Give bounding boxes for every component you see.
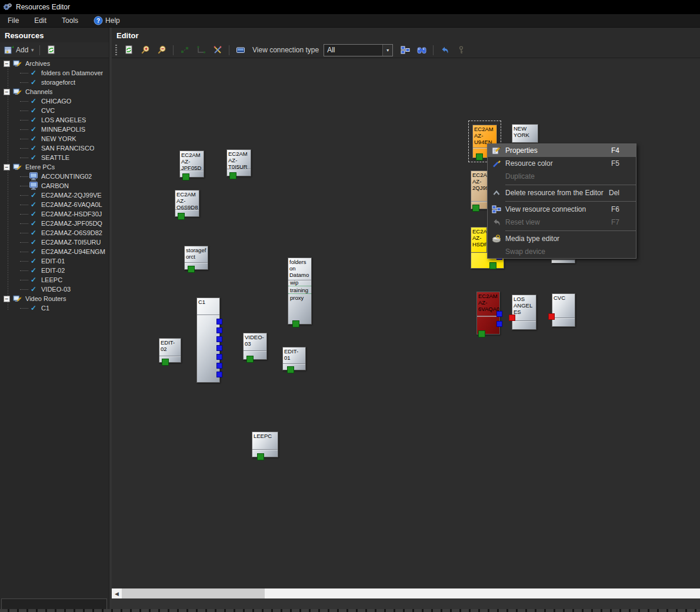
zoom-out-button[interactable] bbox=[154, 43, 170, 57]
toolbar-grip[interactable] bbox=[115, 45, 117, 55]
collapse-toggle[interactable]: − bbox=[4, 164, 10, 170]
context-menu-item-resource-color[interactable]: Resource colorF5 bbox=[488, 157, 636, 170]
green-connection-port[interactable] bbox=[246, 356, 254, 363]
delete-connection-button[interactable] bbox=[209, 43, 226, 57]
scroll-left-arrow[interactable]: ◀ bbox=[112, 588, 122, 598]
tree-group-etere-pcs[interactable]: −Etere PCs bbox=[0, 162, 109, 172]
tree-item-ec2amaz-hsdf30j[interactable]: ✓EC2AMAZ-HSDF30J bbox=[0, 209, 109, 219]
tree-group-archives[interactable]: −Archives bbox=[0, 59, 109, 68]
tree-item-los-angeles[interactable]: ✓LOS ANGELES bbox=[0, 115, 109, 125]
check-icon: ✓ bbox=[29, 78, 38, 87]
tree-item-edit-01[interactable]: ✓EDIT-01 bbox=[0, 256, 109, 266]
tree-item-video-03[interactable]: ✓VIDEO-03 bbox=[0, 285, 109, 294]
collapse-toggle[interactable]: − bbox=[4, 296, 10, 302]
blue-connection-port[interactable] bbox=[216, 345, 222, 351]
tree-item-new-york[interactable]: ✓NEW YORK bbox=[0, 134, 109, 143]
blue-connection-port[interactable] bbox=[216, 363, 222, 369]
context-menu-item-media-type-editor[interactable]: Media type editor bbox=[488, 232, 636, 245]
tree-item-ec2amaz-u94engm[interactable]: ✓EC2AMAZ-U94ENGM bbox=[0, 247, 109, 256]
green-connection-port[interactable] bbox=[162, 359, 169, 366]
context-menu-item-properties[interactable]: PropertiesF4 bbox=[488, 144, 636, 157]
green-connection-port[interactable] bbox=[178, 213, 185, 220]
tree-group-video-routers[interactable]: −Video Routers bbox=[0, 294, 109, 303]
green-connection-port[interactable] bbox=[257, 453, 264, 460]
tree-item-accounting02[interactable]: ACCOUNTING02 bbox=[0, 172, 109, 181]
key-icon bbox=[456, 45, 466, 55]
green-connection-port[interactable] bbox=[292, 320, 299, 327]
green-connection-port[interactable] bbox=[287, 366, 294, 373]
green-connection-port[interactable] bbox=[182, 173, 189, 180]
connection-type-dropdown[interactable]: All ▼ bbox=[324, 44, 393, 56]
tree-group-channels[interactable]: −Channels bbox=[0, 87, 109, 96]
tree-item-folders-on-datamover[interactable]: ✓folders on Datamover bbox=[0, 68, 109, 78]
resource-block-cvc[interactable]: CVC bbox=[552, 293, 575, 327]
scrollbar-thumb[interactable] bbox=[122, 588, 265, 598]
tree-item-minneapolis[interactable]: ✓MINNEAPOLIS bbox=[0, 125, 109, 134]
connect-line-button bbox=[193, 43, 209, 57]
tree-item-cvc[interactable]: ✓CVC bbox=[0, 106, 109, 115]
resource-block-los-angeles[interactable]: LOSANGELES bbox=[512, 295, 536, 330]
menu-tools[interactable]: Tools bbox=[54, 14, 86, 28]
refresh-resources-button[interactable] bbox=[43, 43, 59, 57]
blue-connection-port[interactable] bbox=[496, 321, 502, 327]
collapse-toggle[interactable]: − bbox=[4, 89, 10, 95]
context-menu-item-delete-resource-from-the-editor[interactable]: Delete resource from the EditorDel bbox=[488, 186, 636, 199]
tree-item-c1[interactable]: ✓C1 bbox=[0, 303, 109, 313]
green-connection-port[interactable] bbox=[188, 266, 195, 273]
block-label: VIDEO-03 bbox=[244, 333, 266, 347]
tree-item-chicago[interactable]: ✓CHICAGO bbox=[0, 96, 109, 106]
tree-item-edit-02[interactable]: ✓EDIT-02 bbox=[0, 266, 109, 275]
resource-block-folders-on-datamover[interactable]: foldersonDatamowiptrainingproxy bbox=[288, 257, 312, 325]
green-connection-port[interactable] bbox=[478, 330, 485, 337]
tree-item-ec2amaz-6vaqa0l[interactable]: ✓EC2AMAZ-6VAQA0L bbox=[0, 200, 109, 209]
collapse-toggle[interactable]: − bbox=[4, 61, 10, 67]
tree-item-label: NEW YORK bbox=[41, 135, 76, 142]
menu-label: Edit bbox=[34, 16, 46, 25]
tree-item-leepc[interactable]: ✓LEEPC bbox=[0, 275, 109, 285]
tree-item-seattle[interactable]: ✓SEATTLE bbox=[0, 153, 109, 162]
view-connection-button[interactable] bbox=[397, 43, 414, 57]
resource-block-new-york[interactable]: NEWYORK bbox=[512, 124, 538, 143]
red-connection-port[interactable] bbox=[548, 313, 555, 320]
menu-file[interactable]: File bbox=[0, 14, 26, 28]
green-connection-port[interactable] bbox=[472, 205, 479, 212]
tree-item-label: EDIT-01 bbox=[41, 257, 65, 265]
undo-button[interactable] bbox=[436, 43, 453, 57]
resource-block-hidden-block-sliver[interactable] bbox=[551, 259, 575, 263]
resource-block-ec2amaz-2qj99ve[interactable]: EC2AMAZ-2QJ99 bbox=[471, 170, 488, 209]
screen-button[interactable] bbox=[232, 43, 249, 57]
tree-item-label: EC2AMAZ-O6S9D82 bbox=[41, 229, 102, 236]
menu-edit[interactable]: Edit bbox=[26, 14, 54, 28]
horizontal-scrollbar[interactable]: ◀ bbox=[112, 588, 700, 598]
context-menu-item-view-resource-connection[interactable]: View resource connectionF6 bbox=[488, 203, 636, 216]
blue-connection-port[interactable] bbox=[216, 319, 222, 325]
tree-item-san-francisco[interactable]: ✓SAN FRANCISCO bbox=[0, 143, 109, 153]
zoom-in-button[interactable] bbox=[137, 43, 154, 57]
blue-connection-port[interactable] bbox=[216, 327, 222, 333]
menu-help[interactable]: ?Help bbox=[86, 14, 128, 28]
blue-connection-port[interactable] bbox=[216, 372, 222, 377]
resource-block-ec2amaz-hsdf30j-body[interactable]: EC2AMAZ-HSDF3 bbox=[471, 227, 487, 255]
blue-connection-port[interactable] bbox=[216, 336, 222, 342]
blue-connection-port[interactable] bbox=[496, 311, 502, 317]
resource-block-edit-01[interactable]: EDIT-01 bbox=[282, 347, 306, 370]
svg-text:+: + bbox=[12, 45, 14, 50]
tree-item-ec2amaz-jpf05dq[interactable]: ✓EC2AMAZ-JPF05DQ bbox=[0, 219, 109, 228]
tree-item-ec2amaz-t0i5uru[interactable]: ✓EC2AMAZ-T0I5URU bbox=[0, 238, 109, 247]
refresh-button[interactable] bbox=[121, 43, 137, 57]
resource-block-leepc[interactable]: LEEPC bbox=[252, 432, 278, 457]
green-connection-port[interactable] bbox=[476, 153, 483, 160]
red-connection-port[interactable] bbox=[509, 315, 515, 321]
tree-item-ec2amaz-2qj99ve[interactable]: ✓EC2AMAZ-2QJ99VE bbox=[0, 190, 109, 200]
dropdown-arrow-icon[interactable]: ▼ bbox=[382, 45, 392, 56]
blue-connection-port[interactable] bbox=[216, 354, 222, 360]
tree-item-ec2amaz-o6s9d82[interactable]: ✓EC2AMAZ-O6S9D82 bbox=[0, 228, 109, 238]
block-divider bbox=[175, 209, 199, 210]
editor-canvas[interactable]: EC2AMAZ-JPF05DEC2AMAZ-T0I5UREC2AMAZ-O6S9… bbox=[112, 58, 700, 588]
find-button[interactable] bbox=[414, 43, 430, 57]
green-connection-port[interactable] bbox=[229, 172, 236, 179]
tree-item-storageforct[interactable]: ✓storageforct bbox=[0, 78, 109, 87]
add-button[interactable]: +✷ Add ▼ bbox=[2, 43, 36, 57]
green-connection-port[interactable] bbox=[489, 262, 496, 269]
tree-item-carbon[interactable]: CARBON bbox=[0, 181, 109, 190]
